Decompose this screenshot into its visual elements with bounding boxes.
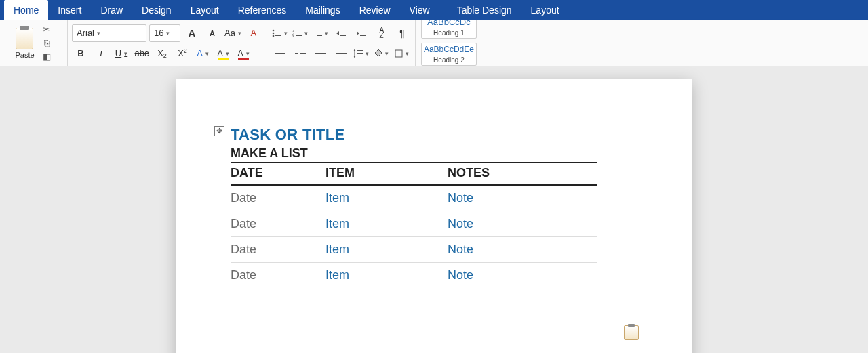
format-painter-button[interactable]: ◧ [41, 51, 52, 62]
tab-insert[interactable]: Insert [48, 0, 91, 20]
table-header-row: DATE ITEM NOTES [231, 163, 597, 185]
svg-rect-14 [317, 35, 322, 36]
svg-rect-7 [296, 30, 302, 30]
cell-note[interactable]: Note [448, 237, 597, 263]
col-item[interactable]: ITEM [326, 163, 448, 185]
svg-text:3: 3 [292, 35, 294, 37]
cell-date[interactable]: Date [231, 211, 326, 237]
style-sample: AaBbCcDdEe [424, 45, 474, 54]
page[interactable]: ✥ TASK OR TITLE MAKE A LIST DATE ITEM NO… [176, 79, 692, 353]
subscript-button[interactable]: X2 [153, 45, 171, 62]
cell-date[interactable]: Date [231, 263, 326, 289]
line-spacing-button[interactable] [353, 45, 370, 62]
cell-note[interactable]: Note [448, 185, 597, 211]
cut-button[interactable]: ✂ [41, 24, 52, 35]
tab-draw[interactable]: Draw [91, 0, 132, 20]
bullets-button[interactable] [271, 24, 289, 42]
borders-button[interactable] [393, 45, 411, 62]
svg-rect-17 [340, 33, 346, 33]
decrease-indent-button[interactable] [332, 24, 350, 42]
paste-icon[interactable] [16, 28, 33, 49]
document-canvas[interactable]: ✥ TASK OR TITLE MAKE A LIST DATE ITEM NO… [0, 66, 868, 353]
table-row[interactable]: DateItemNote [231, 263, 597, 289]
tab-mailings[interactable]: Mailings [296, 0, 349, 20]
bold-button[interactable]: B [72, 45, 90, 62]
cell-item[interactable]: Item [326, 211, 448, 237]
svg-rect-29 [395, 50, 402, 57]
paste-button[interactable]: Paste [15, 51, 34, 59]
cell-item[interactable]: Item [326, 263, 448, 289]
svg-point-0 [273, 29, 275, 31]
table-row[interactable]: DateItemNote [231, 185, 597, 211]
align-center-button[interactable] [292, 45, 309, 62]
svg-marker-24 [353, 49, 356, 51]
highlight-button[interactable]: A [214, 45, 232, 62]
svg-rect-12 [313, 30, 322, 30]
tab-layout[interactable]: Layout [181, 0, 229, 20]
cell-date[interactable]: Date [231, 237, 326, 263]
svg-rect-26 [357, 50, 363, 51]
font-size-select[interactable]: 16 [149, 24, 180, 42]
tab-view[interactable]: View [400, 0, 439, 20]
tab-home[interactable]: Home [4, 0, 48, 20]
svg-rect-18 [340, 35, 346, 36]
align-right-button[interactable] [312, 45, 330, 62]
shading-button[interactable] [373, 45, 391, 62]
group-clipboard: Paste ✂ ⎘ ◧ [0, 20, 68, 66]
copy-button[interactable]: ⎘ [41, 38, 52, 49]
font-name-select[interactable]: Arial [72, 24, 146, 42]
svg-rect-20 [360, 30, 366, 30]
style-heading-2[interactable]: AaBbCcDdEeHeading 2 [421, 43, 477, 66]
style-label: Heading 2 [433, 56, 465, 64]
style-label: Heading 1 [433, 29, 465, 37]
text-effects-button[interactable]: A [194, 45, 212, 62]
tab-layout[interactable]: Layout [521, 0, 569, 20]
multilevel-list-button[interactable] [312, 24, 330, 42]
doc-title[interactable]: TASK OR TITLE [231, 126, 637, 144]
cell-item[interactable]: Item [326, 185, 448, 211]
svg-point-2 [273, 32, 275, 34]
cell-note[interactable]: Note [448, 263, 597, 289]
group-styles: AaBbCcDdEeNormalAaBbCcDdEeNo SpacingAaBb… [416, 20, 482, 66]
tab-review[interactable]: Review [350, 0, 400, 20]
font-color-button[interactable]: A [235, 45, 252, 62]
tab-references[interactable]: References [229, 0, 296, 20]
numbering-button[interactable]: 123 [292, 24, 309, 42]
svg-rect-5 [275, 35, 281, 36]
cell-note[interactable]: Note [448, 211, 597, 237]
col-notes[interactable]: NOTES [448, 163, 597, 185]
change-case-button[interactable]: Aa [224, 24, 242, 42]
sort-button[interactable]: A Z [373, 24, 391, 42]
tab-design[interactable]: Design [132, 0, 181, 20]
col-date[interactable]: DATE [231, 163, 326, 185]
strikethrough-button[interactable]: abc [133, 45, 151, 62]
increase-indent-button[interactable] [353, 24, 370, 42]
underline-button[interactable]: U [113, 45, 130, 62]
italic-button[interactable]: I [92, 45, 110, 62]
table-row[interactable]: DateItemNote [231, 237, 597, 263]
table-move-handle[interactable]: ✥ [214, 126, 224, 136]
table-row[interactable]: DateItem Note [231, 211, 597, 237]
doc-subtitle[interactable]: MAKE A LIST [231, 146, 637, 161]
svg-rect-21 [360, 33, 366, 33]
svg-rect-3 [275, 33, 281, 33]
show-marks-button[interactable]: ¶ [393, 24, 411, 42]
grow-font-button[interactable]: A [183, 24, 201, 42]
justify-button[interactable] [332, 45, 350, 62]
align-left-button[interactable] [271, 45, 289, 62]
svg-rect-9 [296, 33, 302, 33]
clear-formatting-button[interactable]: A [245, 24, 262, 42]
svg-rect-28 [357, 56, 363, 56]
svg-point-4 [273, 35, 275, 37]
svg-rect-27 [357, 53, 363, 54]
cell-item[interactable]: Item [326, 237, 448, 263]
cell-date[interactable]: Date [231, 185, 326, 211]
superscript-button[interactable]: X2 [174, 45, 191, 62]
svg-rect-11 [296, 35, 302, 36]
style-heading-1[interactable]: AaBbCcDcHeading 1 [421, 20, 477, 39]
tab-table-design[interactable]: Table Design [448, 0, 521, 20]
ribbon: Paste ✂ ⎘ ◧ Arial 16 A A Aa A B I U abc … [0, 20, 868, 66]
paste-options-icon[interactable] [624, 325, 639, 340]
shrink-font-button[interactable]: A [203, 24, 221, 42]
list-table[interactable]: DATE ITEM NOTES DateItemNoteDateItem Not… [231, 162, 597, 288]
